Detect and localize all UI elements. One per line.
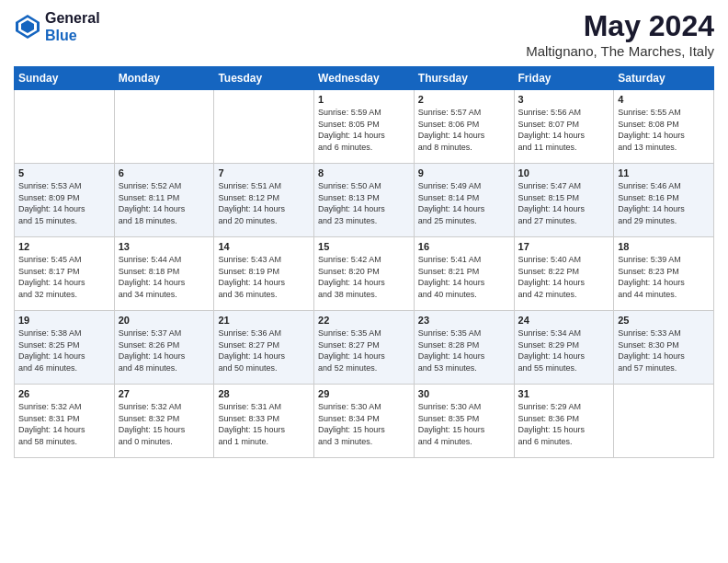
day-cell <box>114 90 214 164</box>
logo-general: General <box>45 9 100 27</box>
day-number: 5 <box>18 167 110 178</box>
day-number: 8 <box>318 167 410 178</box>
day-info: Sunrise: 5:33 AM Sunset: 8:30 PM Dayligh… <box>618 327 710 373</box>
day-info: Sunrise: 5:32 AM Sunset: 8:32 PM Dayligh… <box>119 401 210 447</box>
day-cell: 9Sunrise: 5:49 AM Sunset: 8:14 PM Daylig… <box>414 164 514 237</box>
day-cell: 16Sunrise: 5:41 AM Sunset: 8:21 PM Dayli… <box>414 237 514 311</box>
col-saturday: Saturday <box>614 67 714 90</box>
day-number: 24 <box>518 315 610 326</box>
day-info: Sunrise: 5:57 AM Sunset: 8:06 PM Dayligh… <box>418 107 510 153</box>
week-row-2: 12Sunrise: 5:45 AM Sunset: 8:17 PM Dayli… <box>15 237 714 311</box>
day-info: Sunrise: 5:30 AM Sunset: 8:35 PM Dayligh… <box>418 401 510 447</box>
day-cell: 10Sunrise: 5:47 AM Sunset: 8:15 PM Dayli… <box>514 164 614 237</box>
day-cell: 25Sunrise: 5:33 AM Sunset: 8:30 PM Dayli… <box>614 311 714 385</box>
day-cell: 28Sunrise: 5:31 AM Sunset: 8:33 PM Dayli… <box>214 385 314 458</box>
calendar-table: SundayMondayTuesdayWednesdayThursdayFrid… <box>14 66 714 458</box>
day-info: Sunrise: 5:59 AM Sunset: 8:05 PM Dayligh… <box>318 107 410 153</box>
day-cell: 30Sunrise: 5:30 AM Sunset: 8:35 PM Dayli… <box>414 385 514 458</box>
week-row-4: 26Sunrise: 5:32 AM Sunset: 8:31 PM Dayli… <box>15 385 714 458</box>
day-cell: 5Sunrise: 5:53 AM Sunset: 8:09 PM Daylig… <box>15 164 115 237</box>
day-info: Sunrise: 5:50 AM Sunset: 8:13 PM Dayligh… <box>318 180 410 226</box>
logo: General Blue <box>14 9 100 44</box>
day-cell <box>214 90 314 164</box>
day-cell <box>614 385 714 458</box>
day-number: 4 <box>618 94 710 105</box>
day-number: 28 <box>218 388 310 399</box>
day-cell: 23Sunrise: 5:35 AM Sunset: 8:28 PM Dayli… <box>414 311 514 385</box>
day-number: 13 <box>119 241 210 252</box>
day-number: 23 <box>418 315 510 326</box>
day-info: Sunrise: 5:35 AM Sunset: 8:28 PM Dayligh… <box>418 327 510 373</box>
day-number: 29 <box>318 388 410 399</box>
day-cell: 27Sunrise: 5:32 AM Sunset: 8:32 PM Dayli… <box>114 385 214 458</box>
day-info: Sunrise: 5:30 AM Sunset: 8:34 PM Dayligh… <box>318 401 410 447</box>
logo-icon <box>14 13 41 40</box>
day-cell: 2Sunrise: 5:57 AM Sunset: 8:06 PM Daylig… <box>414 90 514 164</box>
day-info: Sunrise: 5:34 AM Sunset: 8:29 PM Dayligh… <box>518 327 610 373</box>
day-number: 10 <box>518 167 610 178</box>
day-number: 7 <box>218 167 310 178</box>
day-number: 17 <box>518 241 610 252</box>
day-info: Sunrise: 5:55 AM Sunset: 8:08 PM Dayligh… <box>618 107 710 153</box>
day-number: 2 <box>418 94 510 105</box>
week-row-1: 5Sunrise: 5:53 AM Sunset: 8:09 PM Daylig… <box>15 164 714 237</box>
day-cell: 15Sunrise: 5:42 AM Sunset: 8:20 PM Dayli… <box>314 237 415 311</box>
week-row-3: 19Sunrise: 5:38 AM Sunset: 8:25 PM Dayli… <box>15 311 714 385</box>
day-number: 15 <box>318 241 410 252</box>
day-cell: 4Sunrise: 5:55 AM Sunset: 8:08 PM Daylig… <box>614 90 714 164</box>
day-info: Sunrise: 5:32 AM Sunset: 8:31 PM Dayligh… <box>18 401 110 447</box>
day-cell: 24Sunrise: 5:34 AM Sunset: 8:29 PM Dayli… <box>514 311 614 385</box>
day-number: 14 <box>218 241 310 252</box>
day-cell: 12Sunrise: 5:45 AM Sunset: 8:17 PM Dayli… <box>15 237 115 311</box>
day-info: Sunrise: 5:40 AM Sunset: 8:22 PM Dayligh… <box>518 254 610 300</box>
day-info: Sunrise: 5:35 AM Sunset: 8:27 PM Dayligh… <box>318 327 410 373</box>
week-row-0: 1Sunrise: 5:59 AM Sunset: 8:05 PM Daylig… <box>15 90 714 164</box>
day-cell: 18Sunrise: 5:39 AM Sunset: 8:23 PM Dayli… <box>614 237 714 311</box>
day-number: 30 <box>418 388 510 399</box>
col-monday: Monday <box>114 67 214 90</box>
day-number: 21 <box>218 315 310 326</box>
day-cell: 3Sunrise: 5:56 AM Sunset: 8:07 PM Daylig… <box>514 90 614 164</box>
day-number: 25 <box>618 315 710 326</box>
day-info: Sunrise: 5:49 AM Sunset: 8:14 PM Dayligh… <box>418 180 510 226</box>
day-info: Sunrise: 5:36 AM Sunset: 8:27 PM Dayligh… <box>218 327 310 373</box>
day-cell: 14Sunrise: 5:43 AM Sunset: 8:19 PM Dayli… <box>214 237 314 311</box>
day-info: Sunrise: 5:47 AM Sunset: 8:15 PM Dayligh… <box>518 180 610 226</box>
col-tuesday: Tuesday <box>214 67 314 90</box>
header-row: SundayMondayTuesdayWednesdayThursdayFrid… <box>15 67 714 90</box>
day-info: Sunrise: 5:37 AM Sunset: 8:26 PM Dayligh… <box>119 327 210 373</box>
day-number: 18 <box>618 241 710 252</box>
day-info: Sunrise: 5:45 AM Sunset: 8:17 PM Dayligh… <box>18 254 110 300</box>
page: General Blue May 2024 Maltignano, The Ma… <box>0 0 728 563</box>
day-info: Sunrise: 5:42 AM Sunset: 8:20 PM Dayligh… <box>318 254 410 300</box>
col-friday: Friday <box>514 67 614 90</box>
day-cell: 29Sunrise: 5:30 AM Sunset: 8:34 PM Dayli… <box>314 385 415 458</box>
day-number: 11 <box>618 167 710 178</box>
day-number: 16 <box>418 241 510 252</box>
title-block: May 2024 Maltignano, The Marches, Italy <box>526 9 714 59</box>
day-cell: 22Sunrise: 5:35 AM Sunset: 8:27 PM Dayli… <box>314 311 415 385</box>
logo-text: General Blue <box>45 9 100 44</box>
day-cell: 6Sunrise: 5:52 AM Sunset: 8:11 PM Daylig… <box>114 164 214 237</box>
day-number: 31 <box>518 388 610 399</box>
col-thursday: Thursday <box>414 67 514 90</box>
day-cell: 19Sunrise: 5:38 AM Sunset: 8:25 PM Dayli… <box>15 311 115 385</box>
day-cell: 31Sunrise: 5:29 AM Sunset: 8:36 PM Dayli… <box>514 385 614 458</box>
day-number: 26 <box>18 388 110 399</box>
day-info: Sunrise: 5:29 AM Sunset: 8:36 PM Dayligh… <box>518 401 610 447</box>
day-number: 6 <box>119 167 210 178</box>
day-number: 12 <box>18 241 110 252</box>
day-number: 22 <box>318 315 410 326</box>
day-cell: 26Sunrise: 5:32 AM Sunset: 8:31 PM Dayli… <box>15 385 115 458</box>
day-info: Sunrise: 5:44 AM Sunset: 8:18 PM Dayligh… <box>119 254 210 300</box>
day-cell <box>15 90 115 164</box>
day-info: Sunrise: 5:52 AM Sunset: 8:11 PM Dayligh… <box>119 180 210 226</box>
subtitle: Maltignano, The Marches, Italy <box>526 43 714 59</box>
day-number: 9 <box>418 167 510 178</box>
day-info: Sunrise: 5:43 AM Sunset: 8:19 PM Dayligh… <box>218 254 310 300</box>
header: General Blue May 2024 Maltignano, The Ma… <box>14 9 714 59</box>
day-cell: 21Sunrise: 5:36 AM Sunset: 8:27 PM Dayli… <box>214 311 314 385</box>
day-cell: 11Sunrise: 5:46 AM Sunset: 8:16 PM Dayli… <box>614 164 714 237</box>
day-info: Sunrise: 5:53 AM Sunset: 8:09 PM Dayligh… <box>18 180 110 226</box>
day-cell: 7Sunrise: 5:51 AM Sunset: 8:12 PM Daylig… <box>214 164 314 237</box>
